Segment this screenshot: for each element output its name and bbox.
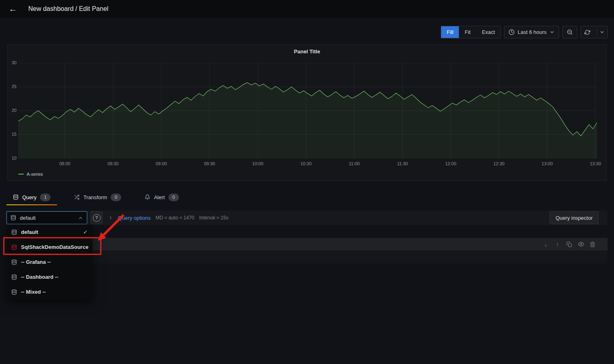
chevron-down-icon <box>599 29 605 35</box>
x-tick-label: 08:30 <box>104 161 122 166</box>
datasource-option-dashboard[interactable]: -- Dashboard -- <box>6 269 93 284</box>
disable-query-button[interactable] <box>576 240 585 249</box>
legend-item-a-series[interactable]: A-series <box>18 172 43 177</box>
option-label: -- Mixed -- <box>21 289 46 295</box>
bell-icon <box>145 194 150 200</box>
query-options-bar: default ? Query options MD = auto = 1470… <box>6 210 608 225</box>
shuffle-icon <box>74 194 80 200</box>
interval-text: Interval = 15s <box>199 215 228 221</box>
datasource-option-sqlshackdemodatasource[interactable]: SqlShackDemoDataSource <box>6 240 93 255</box>
view-mode-fill-button[interactable]: Fill <box>441 26 459 38</box>
clock-icon <box>509 29 515 35</box>
alert-count-badge: 0 <box>168 194 179 201</box>
option-label: default <box>21 229 38 235</box>
x-tick-label: 10:30 <box>297 161 315 166</box>
option-label: -- Dashboard -- <box>21 274 58 280</box>
datasource-value: default <box>20 215 36 221</box>
refresh-interval-dropdown[interactable] <box>597 29 607 35</box>
query-editor-body <box>6 250 608 263</box>
editor-tabs: Query 1 Transform 0 Alert 0 <box>6 189 185 205</box>
y-tick-label: 20 <box>8 108 17 113</box>
check-icon: ✓ <box>83 229 88 235</box>
arrow-down-icon: ↓ <box>545 241 547 248</box>
query-count-badge: 1 <box>40 194 50 201</box>
active-tab-underline <box>6 204 57 205</box>
zoom-out-icon <box>567 29 573 35</box>
view-mode-fit-button[interactable]: Fit <box>459 26 476 38</box>
y-tick-label: 10 <box>8 156 17 160</box>
datasource-option-mixed[interactable]: -- Mixed -- <box>6 284 93 299</box>
eye-icon <box>578 241 584 247</box>
option-label: SqlShackDemoDataSource <box>21 244 88 250</box>
breadcrumb: New dashboard / Edit Panel <box>28 5 108 13</box>
duplicate-query-button[interactable] <box>565 240 574 249</box>
y-tick-label: 30 <box>8 60 17 65</box>
database-icon <box>11 229 17 235</box>
tab-label: Alert <box>154 194 165 200</box>
view-mode-group: Fill Fit Exact <box>441 26 501 38</box>
x-tick-label: 13:00 <box>538 161 556 166</box>
refresh-icon <box>585 29 590 35</box>
query-row-header: ↓ ↑ <box>6 238 608 250</box>
x-tick-label: 13:30 <box>587 161 604 166</box>
move-query-up-button[interactable]: ↑ <box>553 240 562 249</box>
chevron-right-icon <box>108 215 113 220</box>
query-inspector-button[interactable]: Query inspector <box>549 211 599 224</box>
series-color-swatch <box>18 174 24 175</box>
back-button[interactable]: ← <box>6 2 19 15</box>
x-tick-label: 09:00 <box>152 161 170 166</box>
database-icon <box>11 274 17 280</box>
tab-alert[interactable]: Alert 0 <box>138 189 185 205</box>
top-nav: ← New dashboard / Edit Panel <box>0 0 614 18</box>
arrow-left-icon: ← <box>9 4 17 14</box>
refresh-button[interactable] <box>581 29 594 35</box>
move-query-down-button[interactable]: ↓ <box>541 240 550 249</box>
datasource-picker[interactable]: default <box>6 211 87 224</box>
max-data-points-text: MD = auto = 1470 <box>156 215 194 221</box>
arrow-up-icon: ↑ <box>556 241 559 248</box>
option-label: -- Grafana -- <box>21 259 51 265</box>
database-icon <box>13 194 19 200</box>
tab-label: Query <box>22 194 36 200</box>
database-icon <box>11 215 16 221</box>
y-tick-label: 15 <box>8 132 17 137</box>
sql-datasource-icon <box>11 244 17 250</box>
x-tick-label: 12:30 <box>490 161 508 166</box>
x-tick-label: 10:00 <box>249 161 267 166</box>
panel-preview: Panel Title 1015202530 08:0008:3009:0009… <box>7 44 607 181</box>
datasource-option-default[interactable]: default ✓ <box>6 225 93 240</box>
datasource-help-button[interactable]: ? <box>90 211 103 224</box>
tab-label: Transform <box>83 194 107 200</box>
x-tick-label: 08:00 <box>56 161 74 166</box>
refresh-button-group <box>580 26 608 38</box>
trash-icon <box>590 242 595 247</box>
x-tick-label: 12:00 <box>442 161 460 166</box>
x-tick-label: 11:30 <box>393 161 411 166</box>
query-options-toggle[interactable]: Query options MD = auto = 1470 Interval … <box>108 210 228 225</box>
x-tick-label: 09:30 <box>201 161 219 166</box>
x-tick-label: 11:00 <box>345 161 363 166</box>
query-options-label: Query options <box>118 215 151 221</box>
view-mode-exact-button[interactable]: Exact <box>476 26 501 38</box>
delete-query-button[interactable] <box>588 240 597 249</box>
panel-title: Panel Title <box>8 48 606 55</box>
chevron-up-icon <box>78 215 83 221</box>
copy-icon <box>566 242 572 247</box>
transform-count-badge: 0 <box>111 194 121 201</box>
zoom-out-button[interactable] <box>562 26 577 38</box>
tab-transform[interactable]: Transform 0 <box>67 189 128 205</box>
timeseries-plot[interactable] <box>18 63 597 158</box>
datasource-option-grafana[interactable]: -- Grafana -- <box>6 255 93 269</box>
panel-toolbar: Fill Fit Exact Last 6 hours <box>441 26 608 38</box>
chevron-down-icon <box>549 29 555 35</box>
time-range-picker[interactable]: Last 6 hours <box>504 26 559 38</box>
datasource-dropdown-menu: default ✓ SqlShackDemoDataSource -- Graf… <box>6 225 93 299</box>
time-range-label: Last 6 hours <box>517 29 547 35</box>
series-name: A-series <box>27 172 43 177</box>
y-tick-label: 25 <box>8 84 17 89</box>
database-icon <box>11 259 17 265</box>
grafana-edit-panel: ← New dashboard / Edit Panel Fill Fit Ex… <box>0 0 614 364</box>
help-icon: ? <box>93 214 101 222</box>
database-icon <box>11 289 17 295</box>
tab-query[interactable]: Query 1 <box>6 189 57 205</box>
